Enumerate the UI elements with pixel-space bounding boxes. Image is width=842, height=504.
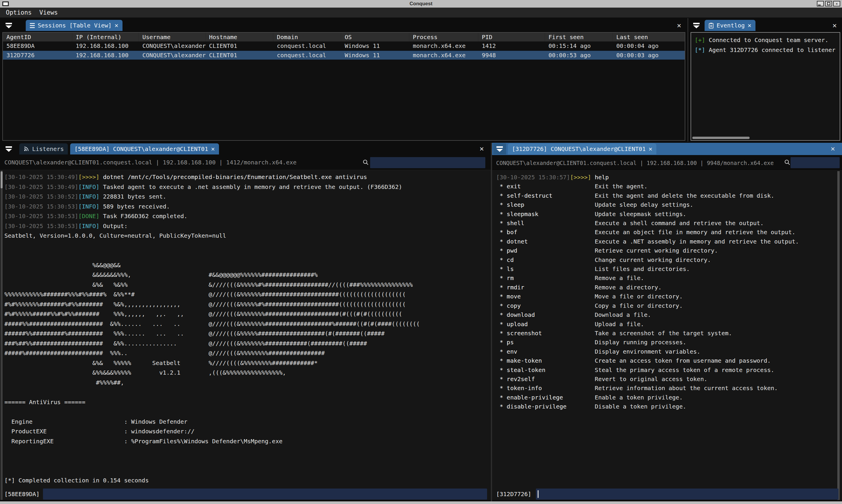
right-console-output[interactable]: [30-10-2025 15:30:57][>>>>] help * exit …: [492, 171, 842, 500]
tab-sessions-table-view[interactable]: Sessions [Table View] ✕: [26, 20, 122, 31]
help-command-line: * cd Change current working directory.: [496, 255, 842, 265]
seatbelt-ascii-banner: %&&@@@&& &&&&&&&%%%, #&&@@@@@@%%%%%%####…: [4, 241, 491, 388]
tab-eventlog[interactable]: Eventlog ✕: [705, 20, 755, 31]
table-cell: 00:00:53 ago: [545, 51, 613, 59]
help-command-line: * make-token Create an access token from…: [496, 356, 842, 365]
command-input[interactable]: [536, 488, 839, 500]
help-command-line: * ps Display running processes.: [496, 338, 842, 347]
text-cursor: [538, 490, 538, 498]
tab-label: Eventlog: [717, 22, 745, 29]
column-header[interactable]: Username: [139, 33, 206, 41]
command-input[interactable]: [43, 488, 487, 500]
help-command-line: * copy Copy a file or directory.: [496, 301, 842, 310]
help-command-line: * token-info Retrieve information about …: [496, 384, 842, 393]
table-cell: 00:00:03 ago: [613, 51, 685, 59]
left-console-output[interactable]: [30-10-2025 15:30:49][>>>>] dotnet /mnt/…: [0, 170, 491, 500]
right-console-input-bar: [312D7726]: [492, 486, 842, 501]
table-row[interactable]: 58EE89DA192.168.168.100CONQUEST\alexande…: [3, 41, 685, 51]
help-command-line: * sleep Update sleep delay settings.: [496, 200, 842, 209]
help-command-line: * upload Upload a file.: [496, 320, 842, 329]
help-command-line: * rm Remove a file.: [496, 274, 842, 283]
column-header[interactable]: OS: [341, 33, 409, 41]
close-window-button[interactable]: ✕: [833, 1, 840, 6]
table-cell: Windows 11: [341, 51, 409, 59]
table-cell: CONQUEST\alexander: [139, 41, 206, 50]
right-console-collapse-button[interactable]: [493, 143, 506, 155]
tab-agent-312D7726[interactable]: [312D7726] CONQUEST\alexander@CLIENT01 ✕: [508, 143, 656, 155]
help-command-line: * shell Execute a shell command and retr…: [496, 219, 842, 228]
console-log-line: [30-10-2025 15:30:57][>>>>] help: [496, 173, 842, 182]
conquest-window: Conquest ✕ Options Views Sessions [Table…: [0, 0, 842, 504]
left-console-scrollbar[interactable]: [1, 170, 3, 500]
tab-label: Listeners: [32, 145, 64, 152]
table-cell: CLIENT01: [206, 41, 273, 50]
menu-views[interactable]: Views: [39, 9, 58, 16]
search-icon: [784, 159, 791, 166]
tab-close-icon[interactable]: ✕: [748, 22, 751, 29]
help-command-line: * ls List files and directories.: [496, 265, 842, 274]
window-titlebar: Conquest ✕: [0, 0, 842, 7]
table-cell: 192.168.168.100: [72, 41, 139, 50]
tab-close-icon[interactable]: ✕: [649, 146, 653, 152]
console-search-input[interactable]: [370, 157, 485, 168]
eventlog-collapse-button[interactable]: [690, 20, 703, 31]
console-log-line: Seatbelt, Version=1.0.0.0, Culture=neutr…: [4, 231, 491, 241]
sessions-table-header: AgentIDIP (Internal)UsernameHostnameDoma…: [3, 33, 685, 41]
right-console-scrollbar[interactable]: [837, 171, 840, 500]
prompt-label: [312D7726]: [492, 490, 531, 498]
eventlog-output: [+] Connected to Conquest team server.[*…: [690, 32, 840, 141]
search-icon: [362, 159, 369, 166]
column-header[interactable]: Process: [409, 33, 478, 41]
eventlog-horizontal-scrollbar[interactable]: [692, 137, 750, 139]
maximize-button[interactable]: [825, 1, 832, 6]
sessions-collapse-button[interactable]: [2, 20, 15, 31]
help-command-line: * pwd Retrieve current working directory…: [496, 246, 842, 255]
help-command-line: * disable-privilege Disable a token priv…: [496, 402, 842, 411]
table-row[interactable]: 312D7726192.168.168.100CONQUEST\alexande…: [3, 51, 685, 60]
collapse-icon: [5, 23, 12, 24]
eventlog-panel: Eventlog ✕ ✕ [+] Connected to Conquest t…: [689, 18, 842, 142]
eventlog-panel-close-button[interactable]: ✕: [832, 22, 837, 29]
list-icon: [30, 23, 35, 28]
tab-label: [312D7726] CONQUEST\alexander@CLIENT01: [512, 145, 646, 152]
help-command-line: * sleepmask Update sleepmask settings.: [496, 210, 842, 219]
help-command-line: * env Display environment variables.: [496, 347, 842, 356]
tab-listeners[interactable]: Listeners: [19, 143, 68, 155]
left-console-panel-close-button[interactable]: ✕: [480, 145, 484, 152]
tab-close-icon[interactable]: ✕: [211, 146, 215, 152]
console-search-input[interactable]: [791, 157, 840, 168]
console-log-line: [30-10-2025 15:30:52][INFO] 228831 bytes…: [4, 192, 491, 202]
table-cell: 58EE89DA: [3, 41, 72, 50]
column-header[interactable]: Last seen: [613, 33, 685, 41]
table-cell: 312D7726: [3, 51, 72, 59]
column-header[interactable]: Hostname: [206, 33, 273, 41]
tab-close-icon[interactable]: ✕: [115, 22, 118, 29]
column-header[interactable]: PID: [478, 33, 545, 41]
top-panel-divider[interactable]: [688, 18, 688, 142]
signal-icon: [23, 146, 29, 152]
table-cell: 00:15:14 ago: [545, 41, 613, 50]
minimize-icon: [818, 5, 821, 5]
collapse-icon: [693, 23, 700, 24]
table-cell: 1412: [478, 41, 545, 50]
sessions-panel-close-button[interactable]: ✕: [677, 22, 681, 29]
help-command-line: * steal-token Steal the primary access t…: [496, 365, 842, 375]
console-log-line: [30-10-2025 15:30:53][INFO] Output:: [4, 221, 491, 231]
sessions-table-body: 58EE89DA192.168.168.100CONQUEST\alexande…: [3, 41, 685, 60]
table-cell: Windows 11: [341, 41, 409, 50]
left-console-collapse-button[interactable]: [2, 143, 15, 155]
tab-label: [58EE89DA] CONQUEST\alexander@CLIENT01: [74, 145, 208, 152]
table-cell: monarch.x64.exe: [409, 51, 478, 59]
column-header[interactable]: AgentID: [3, 33, 72, 41]
tab-agent-58EE89DA[interactable]: [58EE89DA] CONQUEST\alexander@CLIENT01 ✕: [70, 143, 219, 155]
agent-context-line: CONQUEST\alexander@CLIENT01.conquest.loc…: [492, 160, 774, 166]
menu-options[interactable]: Options: [6, 9, 32, 16]
tab-label: Sessions [Table View]: [38, 22, 112, 29]
close-icon: ✕: [836, 1, 838, 6]
minimize-button[interactable]: [817, 1, 824, 6]
table-cell: monarch.x64.exe: [409, 41, 478, 50]
right-console-panel-close-button[interactable]: ✕: [831, 145, 835, 152]
column-header[interactable]: First seen: [545, 33, 613, 41]
column-header[interactable]: IP (Internal): [72, 33, 139, 41]
column-header[interactable]: Domain: [273, 33, 341, 41]
